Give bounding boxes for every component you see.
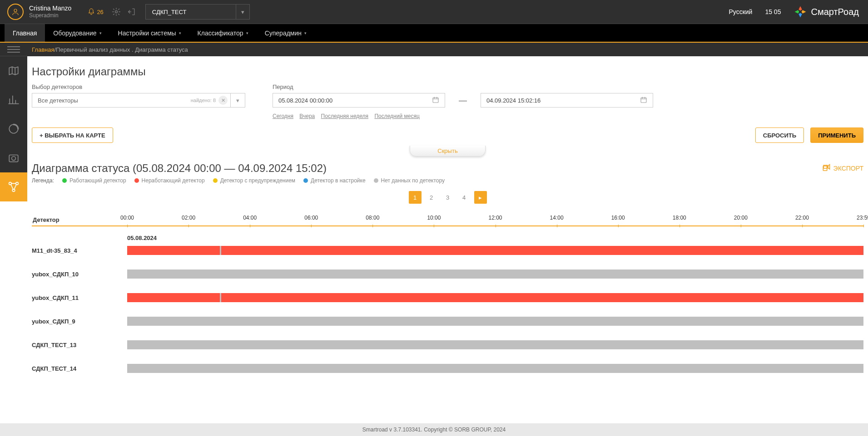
nav-item[interactable]: Настройки системы▾ <box>110 24 189 42</box>
logout-icon[interactable] <box>127 7 136 16</box>
tick-label: 14:00 <box>550 215 564 221</box>
notifications[interactable]: 26 <box>88 8 103 15</box>
x-ticks: 00:0002:0004:0006:0008:0010:0012:0014:00… <box>127 215 863 225</box>
svg-rect-9 <box>641 98 646 103</box>
menu-toggle[interactable] <box>0 43 27 56</box>
nav-item[interactable]: Классификатор▾ <box>189 24 257 42</box>
date-to-input[interactable]: 04.09.2024 15:02:16 <box>481 93 653 108</box>
segment <box>221 293 863 302</box>
reset-button[interactable]: СБРОСИТЬ <box>755 127 804 143</box>
chart-row: СДКП_ТЕСТ_14 <box>32 363 863 374</box>
rail-camera[interactable] <box>0 143 27 172</box>
camera-icon <box>8 152 20 164</box>
tick-label: 20:00 <box>734 215 748 221</box>
network-icon <box>8 181 20 193</box>
map-select-button[interactable]: + ВЫБРАТЬ НА КАРТЕ <box>32 127 113 143</box>
svg-point-1 <box>115 11 117 13</box>
quick-yesterday[interactable]: Вчера <box>299 113 315 119</box>
segment <box>127 364 863 373</box>
nav-item[interactable]: Суперадмин▾ <box>257 24 315 42</box>
next-page-button[interactable]: ▸ <box>474 191 487 204</box>
rail-map[interactable] <box>0 56 27 85</box>
legend-dot-icon <box>213 178 218 183</box>
tick-label: 22:00 <box>795 215 809 221</box>
quick-date-links: Сегодня Вчера Последняя неделя Последний… <box>273 113 653 119</box>
nav-label: Главная <box>13 29 37 37</box>
main-content: Настройки диаграммы Выбор детекторов Все… <box>27 56 868 423</box>
logo-icon <box>794 5 807 19</box>
row-label: M11_dt-35_83_4 <box>32 247 127 254</box>
tick-mark <box>434 225 434 227</box>
legend-text: Нет данных по детектору <box>381 177 445 184</box>
nav-item[interactable]: Оборудование▾ <box>45 24 109 42</box>
legend-item: Детектор в настройке <box>303 177 365 184</box>
calendar-icon <box>640 96 647 105</box>
top-header: Cristina Manzo Superadmin 26 СДКП_ТЕСТ ▾… <box>0 0 868 24</box>
gear-icon[interactable] <box>112 7 121 16</box>
date-to-value: 04.09.2024 15:02:16 <box>486 97 541 104</box>
row-bar-area <box>127 293 863 302</box>
page-button[interactable]: 2 <box>425 191 438 204</box>
page-button[interactable]: 1 <box>409 191 422 204</box>
page-button[interactable]: 4 <box>458 191 471 204</box>
row-label: yubox_СДКП_9 <box>32 318 127 325</box>
bar-chart-icon <box>8 94 20 106</box>
row-bar-area <box>127 340 863 349</box>
apply-button[interactable]: ПРИМЕНИТЬ <box>810 127 863 143</box>
header-tools <box>112 7 136 16</box>
rail-circle[interactable] <box>0 114 27 143</box>
breadcrumb-home[interactable]: Главная <box>32 46 54 53</box>
legend-text: Детектор в настройке <box>311 177 365 184</box>
hide-button[interactable]: Скрыть <box>410 146 485 157</box>
rail-diagram[interactable] <box>0 172 27 201</box>
chart-row: M11_dt-35_83_4 <box>32 245 863 256</box>
svg-rect-8 <box>433 98 438 103</box>
tick-mark <box>250 225 250 227</box>
project-value: СДКП_ТЕСТ <box>146 9 236 15</box>
project-select[interactable]: СДКП_ТЕСТ ▾ <box>145 4 250 20</box>
detectors-select[interactable]: Все детекторы найдено: 8 ✕ ▾ <box>32 93 245 108</box>
tick-label: 04:00 <box>243 215 257 221</box>
clear-icon[interactable]: ✕ <box>218 96 228 105</box>
nav-item[interactable]: Главная <box>5 24 45 42</box>
breadcrumb-rest: Первичный анализ данных . Диаграмма стат… <box>56 46 188 53</box>
page-button[interactable]: 3 <box>441 191 454 204</box>
chevron-down-icon: ▾ <box>99 31 102 35</box>
tick-mark <box>311 225 312 227</box>
legend-text: Работающий детектор <box>69 177 126 184</box>
quick-month[interactable]: Последний месяц <box>374 113 419 119</box>
timeline-chart: Детектор 00:0002:0004:0006:0008:0010:001… <box>32 215 863 374</box>
quick-week[interactable]: Последняя неделя <box>321 113 368 119</box>
export-button[interactable]: ЭКСПОРТ <box>822 164 863 173</box>
legend-item: Работающий детектор <box>62 177 126 184</box>
detectors-group: Выбор детекторов Все детекторы найдено: … <box>32 83 245 108</box>
chevron-down-icon: ▾ <box>236 5 249 19</box>
rail-stats[interactable] <box>0 85 27 114</box>
tick-label: 23:59 <box>857 215 868 221</box>
user-block[interactable]: Cristina Manzo Superadmin <box>0 4 79 20</box>
tick-mark <box>496 225 496 227</box>
chart-row: yubox_СДКП_9 <box>32 316 863 327</box>
segment <box>127 317 863 326</box>
quick-today[interactable]: Сегодня <box>273 113 293 119</box>
pagination: 1234▸ <box>32 191 863 204</box>
legend-item: Нет данных по детектору <box>374 177 445 184</box>
language-switch[interactable]: Русский <box>729 8 752 15</box>
user-role: Superadmin <box>29 12 71 20</box>
tick-mark <box>680 225 680 227</box>
footer: Smartroad v 3.7.103341. Copyright © SORB… <box>0 423 868 436</box>
chart-rows: 05.08.2024 M11_dt-35_83_4yubox_СДКП_10yu… <box>32 226 863 374</box>
tick-label: 02:00 <box>182 215 195 221</box>
period-group: Период 05.08.2024 00:00:00 — 04.09.2024 … <box>273 83 653 119</box>
row-label: СДКП_ТЕСТ_14 <box>32 365 127 372</box>
map-icon <box>8 65 20 77</box>
legend-item: Неработающий детектор <box>134 177 205 184</box>
segment <box>127 340 863 349</box>
nav-label: Суперадмин <box>265 29 302 37</box>
chart-date-label: 05.08.2024 <box>32 235 863 241</box>
nav-label: Настройки системы <box>118 29 176 37</box>
row-label: yubox_СДКП_11 <box>32 294 127 301</box>
export-label: ЭКСПОРТ <box>833 165 863 172</box>
date-from-input[interactable]: 05.08.2024 00:00:00 <box>273 93 445 108</box>
legend-label: Легенда: <box>32 177 54 184</box>
